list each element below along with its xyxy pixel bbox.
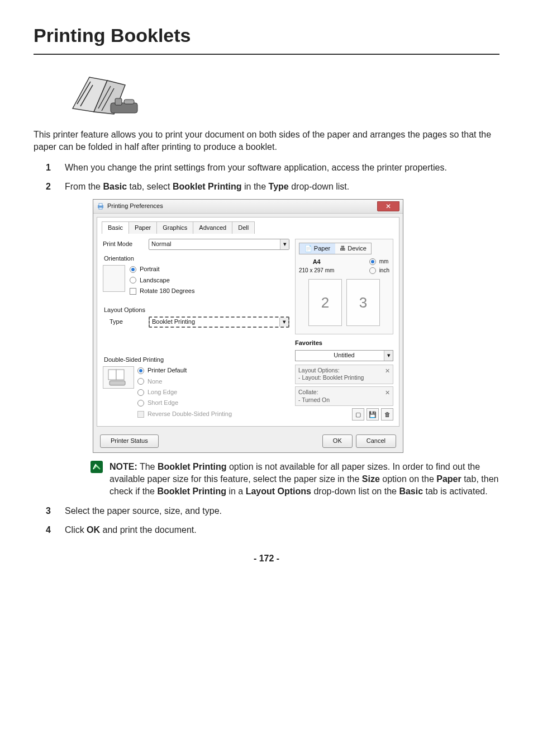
page-title: Printing Booklets (34, 22, 499, 55)
duplex-thumb (103, 366, 134, 389)
svg-rect-10 (99, 204, 102, 206)
step-3-num: 3 (46, 505, 51, 517)
tab-basic[interactable]: Basic (102, 221, 129, 234)
duplex-reverse-checkbox: Reverse Double-Sided Printing (137, 410, 232, 418)
favorite-item-collate: Collate: - Turned On ✕ (295, 386, 393, 406)
booklet-illustration (67, 69, 499, 123)
unit-inch[interactable]: inch (369, 267, 389, 275)
duplex-printer-default[interactable]: Printer Default (137, 366, 232, 375)
note-icon (91, 461, 103, 473)
favorites-value: Untitled (298, 351, 391, 360)
duplex-none: None (137, 377, 232, 386)
page-icon: 📄 (304, 244, 312, 253)
printer-icon: 🖶 (340, 244, 346, 253)
close-icon[interactable]: ✕ (385, 389, 390, 396)
paper-device-toggle[interactable]: 📄 Paper 🖶 Device (299, 243, 372, 254)
tab-dell[interactable]: Dell (232, 221, 255, 234)
layout-options-label: Layout Options (104, 306, 289, 314)
chevron-down-icon: ▾ (384, 351, 393, 361)
fav-add-button[interactable]: ▢ (352, 408, 364, 420)
page-preview: 2 3 (299, 279, 389, 326)
step-1-text: When you change the print settings from … (65, 163, 447, 172)
svg-rect-8 (124, 100, 134, 104)
preview-page-2: 2 (308, 279, 342, 326)
tab-paper[interactable]: Paper (129, 221, 157, 234)
note-block: NOTE: The Booklet Printing option is not… (91, 461, 499, 498)
step-4-text: Click OK and print the document. (65, 525, 197, 535)
preview-page-3: 3 (346, 279, 380, 326)
print-mode-value: Normal (151, 240, 171, 248)
printing-preferences-dialog: Printing Preferences ✕ Basic Paper Graph… (93, 199, 499, 453)
unit-mm[interactable]: mm (369, 258, 389, 266)
step-3-text: Select the paper source, size, and type. (65, 506, 222, 516)
orientation-thumb (103, 265, 125, 292)
svg-rect-11 (99, 207, 102, 209)
page-number: - 172 - (34, 552, 499, 565)
intro-text: This printer feature allows you to print… (34, 129, 499, 154)
orientation-portrait[interactable]: Portrait (130, 265, 194, 273)
svg-rect-7 (115, 98, 122, 105)
step-2-num: 2 (46, 181, 51, 193)
rotate-180-checkbox[interactable]: Rotate 180 Degrees (130, 287, 194, 295)
cancel-button[interactable]: Cancel (356, 434, 396, 447)
chevron-down-icon: ▾ (280, 239, 289, 249)
print-mode-dropdown[interactable]: Normal ▾ (149, 239, 289, 250)
paper-size-dim: 210 x 297 mm (299, 267, 334, 275)
dialog-titlebar: Printing Preferences ✕ (93, 200, 403, 214)
tab-advanced[interactable]: Advanced (193, 221, 232, 234)
svg-rect-13 (116, 370, 124, 380)
type-label: Type (110, 318, 149, 326)
close-button[interactable]: ✕ (377, 201, 399, 211)
favorites-label: Favorites (295, 339, 393, 347)
type-value: Booklet Printing (152, 318, 195, 326)
favorites-dropdown[interactable]: Untitled ▾ (295, 350, 393, 361)
orientation-label: Orientation (104, 254, 289, 263)
step-4-num: 4 (46, 524, 51, 536)
close-icon[interactable]: ✕ (385, 367, 390, 375)
printer-icon (97, 202, 104, 210)
step-2-text: From the Basic tab, select Booklet Print… (65, 182, 349, 191)
tab-strip: Basic Paper Graphics Advanced Dell (97, 217, 399, 233)
printer-status-button[interactable]: Printer Status (100, 434, 159, 447)
paper-size-name: A4 (299, 258, 334, 266)
toggle-device[interactable]: 🖶 Device (335, 243, 371, 254)
tab-graphics[interactable]: Graphics (156, 221, 193, 234)
fav-delete-button[interactable]: 🗑 (381, 408, 393, 420)
step-1-num: 1 (46, 162, 51, 174)
duplex-short-edge: Short Edge (137, 399, 232, 407)
step-3: 3 Select the paper source, size, and typ… (46, 505, 499, 517)
chevron-down-icon: ▾ (279, 318, 288, 327)
note-label: NOTE: (110, 462, 137, 471)
svg-rect-14 (110, 381, 125, 385)
favorite-item-layout: Layout Options: - Layout: Booklet Printi… (295, 365, 393, 384)
duplex-long-edge: Long Edge (137, 388, 232, 396)
dialog-title: Printing Preferences (107, 202, 377, 210)
step-2: 2 From the Basic tab, select Booklet Pri… (46, 181, 499, 498)
toggle-paper[interactable]: 📄 Paper (299, 243, 335, 254)
orientation-landscape[interactable]: Landscape (130, 276, 194, 285)
duplex-label: Double-Sided Printing (104, 356, 289, 364)
type-dropdown[interactable]: Booklet Printing ▾ (149, 316, 289, 328)
fav-save-button[interactable]: 💾 (367, 408, 379, 420)
step-1: 1 When you change the print settings fro… (46, 162, 499, 174)
step-4: 4 Click OK and print the document. (46, 524, 499, 536)
ok-button[interactable]: OK (322, 434, 353, 447)
print-mode-label: Print Mode (103, 240, 149, 248)
svg-rect-12 (108, 370, 116, 380)
svg-rect-6 (111, 103, 137, 113)
